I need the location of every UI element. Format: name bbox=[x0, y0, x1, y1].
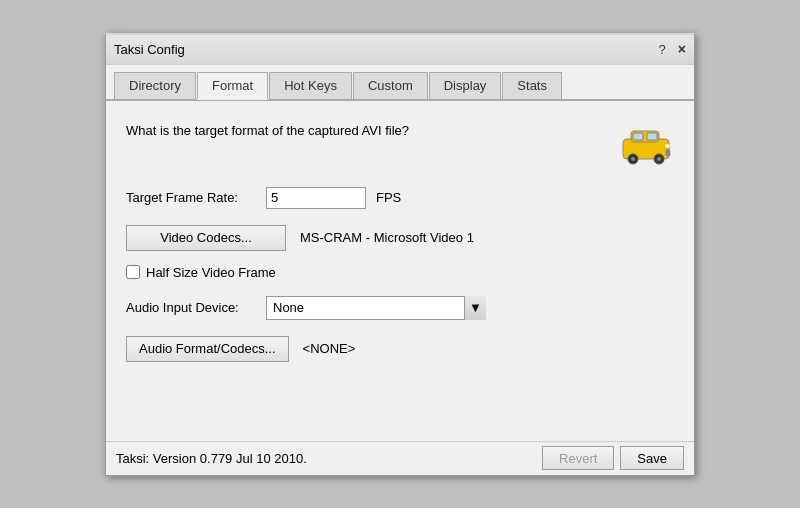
half-size-label: Half Size Video Frame bbox=[146, 265, 276, 280]
half-size-row: Half Size Video Frame bbox=[126, 265, 674, 280]
question-label: What is the target format of the capture… bbox=[126, 119, 409, 138]
audio-format-name: <NONE> bbox=[303, 341, 356, 356]
tab-stats[interactable]: Stats bbox=[502, 72, 562, 100]
frame-rate-label: Target Frame Rate: bbox=[126, 190, 256, 205]
tab-custom[interactable]: Custom bbox=[353, 72, 428, 100]
save-button[interactable]: Save bbox=[620, 446, 684, 470]
audio-input-label: Audio Input Device: bbox=[126, 300, 256, 315]
tab-format[interactable]: Format bbox=[197, 72, 268, 100]
svg-rect-8 bbox=[665, 144, 670, 148]
fps-label: FPS bbox=[376, 190, 401, 205]
title-controls: ? × bbox=[659, 41, 686, 57]
half-size-checkbox[interactable] bbox=[126, 265, 140, 279]
revert-button[interactable]: Revert bbox=[542, 446, 614, 470]
tab-content: What is the target format of the capture… bbox=[106, 101, 694, 441]
video-codec-name: MS-CRAM - Microsoft Video 1 bbox=[300, 230, 474, 245]
video-codecs-row: Video Codecs... MS-CRAM - Microsoft Vide… bbox=[126, 225, 674, 251]
frame-rate-row: Target Frame Rate: FPS bbox=[126, 187, 674, 209]
audio-input-select-wrapper: None Default ▼ bbox=[266, 296, 486, 320]
help-button[interactable]: ? bbox=[659, 42, 666, 57]
tab-strip: Directory Format Hot Keys Custom Display… bbox=[106, 65, 694, 101]
audio-format-button[interactable]: Audio Format/Codecs... bbox=[126, 336, 289, 362]
question-row: What is the target format of the capture… bbox=[126, 119, 674, 167]
video-codecs-button[interactable]: Video Codecs... bbox=[126, 225, 286, 251]
svg-point-7 bbox=[657, 157, 661, 161]
title-bar: Taksi Config ? × bbox=[106, 35, 694, 65]
window-title: Taksi Config bbox=[114, 42, 185, 57]
audio-input-select[interactable]: None Default bbox=[266, 296, 486, 320]
tab-display[interactable]: Display bbox=[429, 72, 502, 100]
svg-rect-2 bbox=[633, 133, 643, 140]
version-text: Taksi: Version 0.779 Jul 10 2010. bbox=[116, 451, 307, 466]
svg-rect-9 bbox=[666, 150, 670, 156]
tab-hotkeys[interactable]: Hot Keys bbox=[269, 72, 352, 100]
status-bar: Taksi: Version 0.779 Jul 10 2010. Revert… bbox=[106, 441, 694, 475]
svg-point-5 bbox=[631, 157, 635, 161]
taxi-icon bbox=[618, 119, 674, 167]
frame-rate-input[interactable] bbox=[266, 187, 366, 209]
bottom-buttons: Revert Save bbox=[542, 446, 684, 470]
close-button[interactable]: × bbox=[678, 41, 686, 57]
svg-rect-3 bbox=[647, 133, 657, 140]
main-window: Taksi Config ? × Directory Format Hot Ke… bbox=[105, 33, 695, 476]
tab-directory[interactable]: Directory bbox=[114, 72, 196, 100]
audio-input-row: Audio Input Device: None Default ▼ bbox=[126, 296, 674, 320]
audio-format-row: Audio Format/Codecs... <NONE> bbox=[126, 336, 674, 362]
